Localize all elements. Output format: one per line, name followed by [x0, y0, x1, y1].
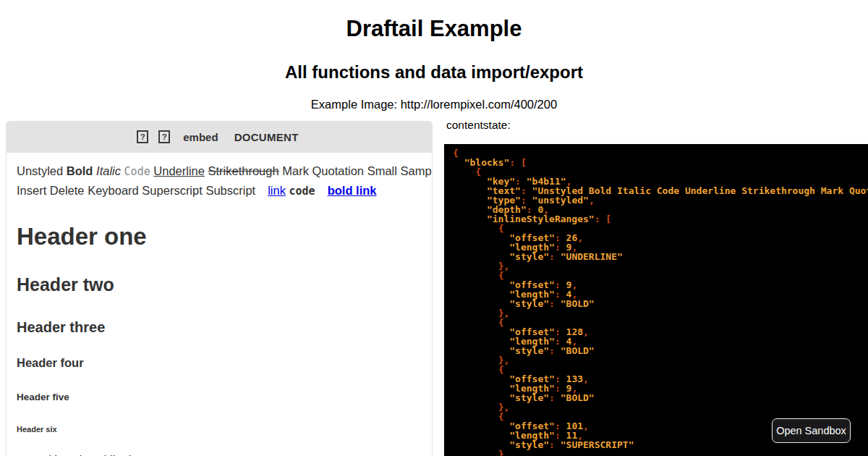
missing-glyph-icon: ? — [140, 132, 145, 141]
plain-text: Insert Delete Keyboard Superscript Subsc… — [17, 184, 255, 197]
toolbar-missing-icon-button-1[interactable]: ? — [137, 130, 148, 143]
codebold-text: code — [289, 185, 315, 198]
header-two: Header two — [17, 274, 422, 295]
header-three: Header three — [17, 319, 422, 335]
rich-text-area[interactable]: Unstyled Bold Italic Code Underline Stri… — [6, 153, 433, 456]
editor-toolbar: ? ? embed DOCUMENT — [6, 121, 433, 153]
rich-line: Unstyled Bold Italic Code Underline Stri… — [17, 161, 422, 181]
link-text[interactable]: link — [268, 184, 286, 197]
styled-text-paragraph: Unstyled Bold Italic Code Underline Stri… — [17, 161, 422, 200]
missing-glyph-icon: ? — [162, 132, 167, 141]
header-four: Header four — [17, 356, 422, 369]
code-line: "style": "UNDERLINE" — [453, 252, 868, 261]
code-line: "blocks": [ — [453, 158, 868, 167]
editor-panel: ? ? embed DOCUMENT Unstyled Bold Italic … — [6, 121, 433, 456]
code-line: }, — [453, 402, 868, 412]
strike-text: Strikethrough — [208, 164, 279, 177]
embed-button[interactable]: embed — [180, 131, 221, 143]
code-line: }, — [453, 449, 868, 456]
code-line: "inlineStyleRanges": [ — [453, 214, 868, 224]
contentstate-label: contentstate: — [446, 119, 511, 132]
header-six: Header six — [17, 425, 422, 434]
open-sandbox-button[interactable]: Open Sandbox — [772, 418, 851, 443]
code-line: }, — [453, 308, 868, 318]
boldlink-text[interactable]: bold link — [328, 184, 377, 197]
italic-text: Italic — [96, 164, 121, 177]
bold-text: Bold — [67, 164, 93, 177]
code-line: }, — [453, 261, 868, 271]
page-title: Draftail Example — [0, 16, 868, 42]
plain-text: Unstyled — [17, 164, 67, 177]
page-subtitle: All functions and data import/export — [0, 62, 868, 83]
code-line: "style": "BOLD" — [453, 346, 868, 355]
plain-text: Mark Quotation Small Sample — [279, 164, 433, 177]
code-line: "style": "BOLD" — [453, 393, 868, 402]
header-one: Header one — [17, 224, 422, 250]
example-image-caption: Example Image: http://lorempixel.com/400… — [0, 98, 868, 111]
code-text: Code — [124, 165, 150, 178]
document-button[interactable]: DOCUMENT — [231, 131, 302, 143]
code-line: }, — [453, 355, 868, 365]
header-five: Header five — [17, 392, 422, 402]
rich-line: Insert Delete Keyboard Superscript Subsc… — [17, 181, 422, 200]
list-item: Unordered list item — [48, 452, 422, 456]
contentstate-code-block: { "blocks": [ { "key": "b4b11", "text": … — [444, 144, 868, 456]
underline-text: Underline — [153, 164, 205, 177]
code-line: "style": "BOLD" — [453, 299, 868, 308]
toolbar-missing-icon-button-2[interactable]: ? — [158, 130, 170, 143]
unordered-list: Unordered list item — [17, 452, 422, 456]
